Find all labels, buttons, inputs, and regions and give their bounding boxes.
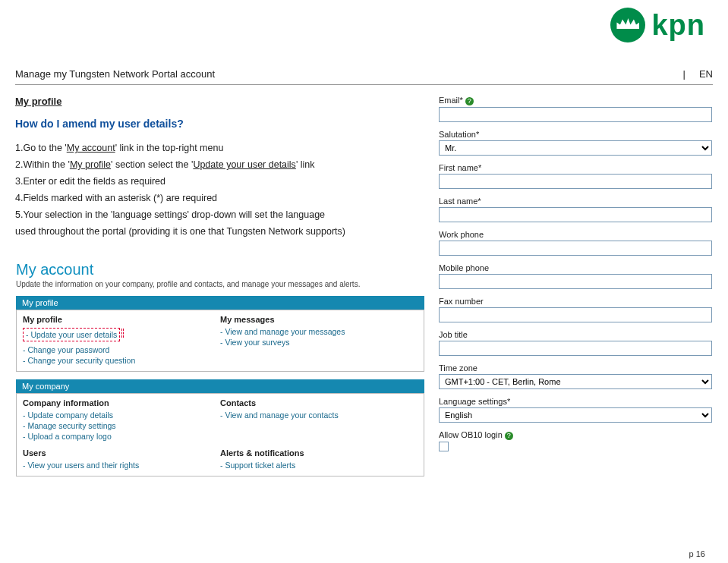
link-update-user-details[interactable]: - Update your user details [26, 330, 117, 339]
page-header: Manage my Tungsten Network Portal accoun… [15, 68, 713, 80]
header-sep: | [682, 68, 685, 80]
mobile-phone-field[interactable] [439, 274, 712, 289]
user-details-form: Email*? Salutation* Mr. First name* Last… [439, 96, 712, 461]
label-first-name: First name* [439, 163, 712, 172]
link-change-password[interactable]: - Change your password [23, 345, 220, 354]
bar-my-company: My company [16, 379, 424, 393]
link-view-users[interactable]: - View your users and their rights [23, 461, 220, 470]
first-name-field[interactable] [439, 174, 712, 189]
kpn-logo: kpn [610, 8, 705, 42]
label-language: Language settings* [439, 397, 712, 406]
link-manage-contacts[interactable]: - View and manage your contacts [220, 410, 418, 420]
section-title: My profile [15, 96, 61, 107]
link-support-alerts[interactable]: - Support ticket alerts [220, 461, 418, 470]
work-phone-field[interactable] [439, 241, 712, 256]
heading-company-info: Company information [23, 398, 220, 407]
heading-alerts: Alerts & notifications [220, 448, 418, 458]
account-title: My account [16, 261, 424, 278]
link-change-security-question[interactable]: - Change your security question [23, 356, 220, 365]
label-salutation: Salutation* [439, 130, 712, 139]
header-lang: EN [699, 68, 713, 80]
header-divider [15, 84, 713, 85]
ob10-checkbox[interactable] [439, 442, 449, 451]
salutation-select[interactable]: Mr. [439, 140, 712, 156]
account-subtitle: Update the information on your company, … [16, 280, 424, 288]
heading-my-profile: My profile [23, 315, 220, 324]
instruction-list: 1.Go to the 'My account' link in the top… [15, 140, 425, 239]
crown-icon [610, 8, 645, 42]
page-number: p 16 [689, 549, 705, 558]
link-view-surveys[interactable]: - View your surveys [220, 338, 418, 347]
heading-my-messages: My messages [220, 315, 418, 324]
heading-users: Users [23, 448, 220, 458]
fax-field[interactable] [439, 307, 712, 322]
email-field[interactable] [439, 107, 712, 122]
link-upload-logo[interactable]: - Upload a company logo [23, 432, 220, 441]
header-title: Manage my Tungsten Network Portal accoun… [15, 68, 215, 80]
heading-contacts: Contacts [220, 398, 418, 407]
label-job-title: Job title [439, 330, 712, 339]
bar-my-profile: My profile [16, 296, 424, 310]
help-question: How do I amend my user details? [15, 118, 425, 130]
label-email: Email*? [439, 96, 712, 105]
link-view-messages[interactable]: - View and manage your messages [220, 327, 418, 336]
timezone-select[interactable]: GMT+1:00 - CET, Berlin, Rome [439, 374, 712, 389]
link-manage-security[interactable]: - Manage security settings [23, 421, 220, 430]
label-time-zone: Time zone [439, 363, 712, 373]
job-title-field[interactable] [439, 341, 712, 356]
label-work-phone: Work phone [439, 230, 712, 239]
label-fax: Fax number [439, 297, 712, 306]
callout-arrow-icon [121, 329, 124, 338]
help-icon[interactable]: ? [505, 432, 513, 440]
language-select[interactable]: English [439, 407, 712, 423]
label-ob10: Allow OB10 login? [439, 430, 712, 440]
label-last-name: Last name* [439, 197, 712, 206]
my-account-screenshot: My account Update the information on you… [15, 260, 425, 477]
label-mobile-phone: Mobile phone [439, 263, 712, 272]
link-update-company[interactable]: - Update company details [23, 410, 220, 420]
callout-update-user-details: - Update your user details [23, 328, 120, 341]
help-icon[interactable]: ? [465, 97, 474, 105]
last-name-field[interactable] [439, 207, 712, 222]
logo-text: kpn [651, 9, 705, 42]
